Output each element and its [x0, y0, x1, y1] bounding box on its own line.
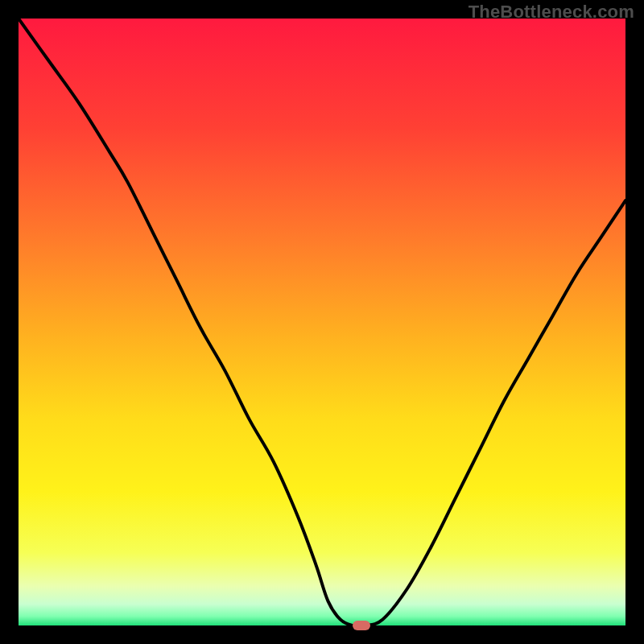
plot-area [19, 19, 625, 625]
watermark-text: TheBottleneck.com [469, 2, 634, 23]
target-marker [353, 621, 370, 630]
chart-container: TheBottleneck.com [0, 0, 644, 644]
chart-svg-canvas [19, 19, 625, 625]
svg-rect-0 [19, 19, 625, 625]
